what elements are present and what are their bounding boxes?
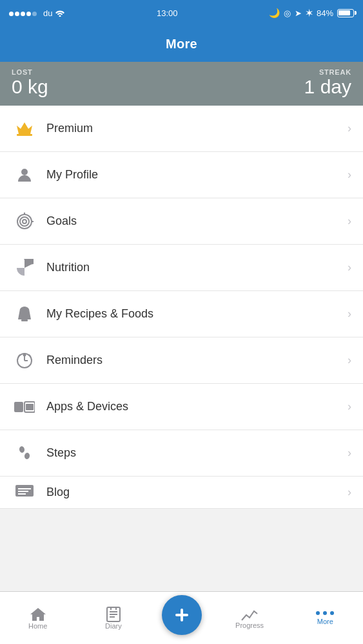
- tab-more[interactable]: More: [288, 592, 363, 644]
- tab-progress-label: Progress: [235, 621, 264, 629]
- svg-point-4: [23, 220, 26, 223]
- tab-diary[interactable]: Diary: [75, 592, 151, 644]
- streak-label: STREAK: [319, 68, 351, 76]
- goals-label: Goals: [46, 214, 348, 228]
- status-left: du: [9, 8, 65, 18]
- menu-item-apps-devices[interactable]: Apps & Devices ›: [0, 384, 363, 430]
- battery-percent: 84%: [317, 8, 333, 18]
- svg-point-16: [24, 452, 30, 459]
- svg-point-11: [24, 354, 26, 355]
- apps-devices-icon: [12, 399, 37, 415]
- reminders-icon: [12, 352, 37, 370]
- menu-item-goals[interactable]: Goals ›: [0, 198, 363, 245]
- lost-value: 0 kg: [12, 77, 48, 97]
- recipes-icon: [12, 305, 37, 323]
- steps-chevron: ›: [348, 446, 351, 460]
- lost-stat: LOST 0 kg: [12, 68, 48, 97]
- blog-chevron: ›: [348, 486, 351, 499]
- goals-icon: [12, 213, 37, 231]
- menu-item-my-profile[interactable]: My Profile ›: [0, 152, 363, 198]
- profile-icon: [12, 166, 37, 184]
- menu-item-nutrition[interactable]: Nutrition ›: [0, 245, 363, 291]
- menu-item-reminders[interactable]: Reminders ›: [0, 337, 363, 384]
- nutrition-icon: [12, 259, 37, 277]
- my-recipes-foods-chevron: ›: [348, 307, 351, 321]
- svg-rect-28: [175, 614, 188, 616]
- streak-stat: STREAK 1 day: [304, 68, 351, 97]
- steps-icon: [12, 444, 37, 462]
- tab-bar: Home Diary Progress: [0, 591, 363, 644]
- tab-diary-label: Diary: [105, 622, 122, 630]
- dots-icon: [316, 611, 334, 615]
- nutrition-label: Nutrition: [46, 261, 348, 274]
- carrier-label: du: [43, 8, 52, 18]
- svg-point-3: [20, 217, 29, 226]
- reminders-label: Reminders: [46, 354, 348, 367]
- time-display: 13:00: [157, 8, 178, 18]
- menu-item-premium[interactable]: Premium ›: [0, 106, 363, 152]
- my-profile-label: My Profile: [46, 168, 348, 182]
- location-icon: ◎: [284, 8, 291, 18]
- plus-icon: [173, 606, 191, 624]
- premium-chevron: ›: [348, 122, 351, 135]
- menu-item-blog[interactable]: Blog ›: [0, 477, 363, 509]
- streak-value: 1 day: [304, 77, 351, 97]
- premium-label: Premium: [46, 122, 348, 135]
- diary-icon: [106, 607, 121, 622]
- tab-home[interactable]: Home: [0, 592, 75, 644]
- tab-home-label: Home: [28, 622, 47, 630]
- arrow-icon: ➤: [295, 8, 302, 18]
- status-right: 🌙 ◎ ➤ ✶ 84%: [269, 8, 354, 18]
- goals-chevron: ›: [348, 214, 351, 228]
- my-profile-chevron: ›: [348, 168, 351, 182]
- stats-banner: LOST 0 kg STREAK 1 day: [0, 62, 363, 106]
- menu-list: Premium › My Profile › Goals ›: [0, 106, 363, 509]
- signal-dots: [9, 8, 38, 18]
- nutrition-chevron: ›: [348, 261, 351, 274]
- page-title: More: [166, 37, 197, 52]
- svg-rect-0: [17, 134, 32, 136]
- steps-label: Steps: [46, 446, 348, 460]
- home-icon: [30, 607, 46, 622]
- menu-item-steps[interactable]: Steps ›: [0, 430, 363, 477]
- blog-label: Blog: [46, 486, 348, 499]
- menu-item-my-recipes-foods[interactable]: My Recipes & Foods ›: [0, 291, 363, 337]
- svg-point-1: [21, 169, 28, 175]
- nav-bar: More: [0, 26, 363, 62]
- status-bar: du 13:00 🌙 ◎ ➤ ✶ 84%: [0, 0, 363, 26]
- tab-progress[interactable]: Progress: [211, 592, 287, 644]
- bluetooth-icon: ✶: [306, 8, 313, 18]
- apps-devices-label: Apps & Devices: [46, 400, 348, 413]
- tab-more-label: More: [317, 618, 333, 625]
- reminders-chevron: ›: [348, 354, 351, 367]
- crown-icon: [12, 121, 37, 137]
- lost-label: LOST: [12, 68, 48, 76]
- wifi-icon: [55, 9, 65, 17]
- apps-devices-chevron: ›: [348, 400, 351, 413]
- svg-point-15: [19, 446, 25, 453]
- battery-icon: [337, 9, 354, 17]
- progress-icon: [241, 607, 258, 621]
- svg-rect-12: [14, 402, 23, 412]
- svg-rect-7: [21, 319, 28, 321]
- add-button[interactable]: [162, 595, 202, 635]
- blog-icon: [12, 485, 37, 500]
- tab-add[interactable]: [152, 592, 212, 644]
- moon-icon: 🌙: [269, 8, 280, 18]
- svg-rect-14: [26, 404, 34, 410]
- my-recipes-foods-label: My Recipes & Foods: [46, 307, 348, 321]
